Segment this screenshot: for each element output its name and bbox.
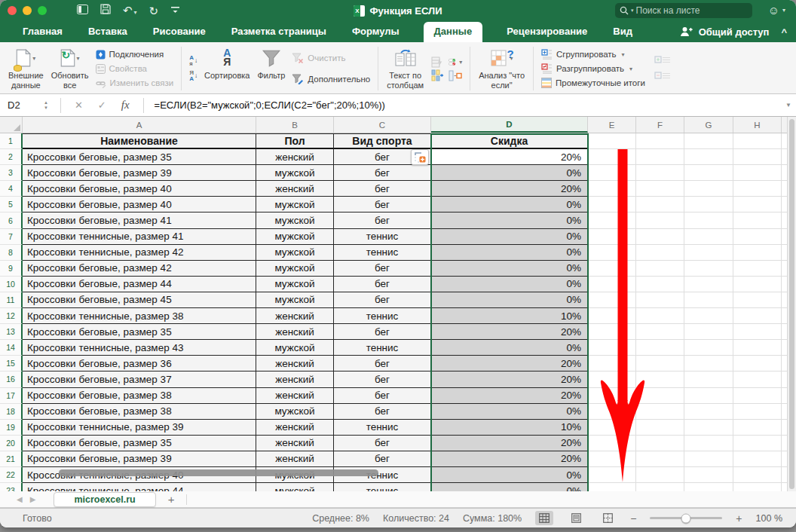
cell-G5[interactable] <box>684 197 733 212</box>
cell-F18[interactable] <box>636 404 684 420</box>
cell-H16[interactable] <box>733 371 782 387</box>
cell-C9[interactable]: бег <box>334 261 431 277</box>
search-input[interactable] <box>636 5 753 16</box>
undo-button[interactable]: ↶▾ <box>123 4 137 17</box>
cell-A6[interactable]: Кроссовки беговые, размер 41 <box>23 212 256 228</box>
tab-Рецензирование[interactable]: Рецензирование <box>505 22 589 42</box>
cell-H15[interactable] <box>733 356 782 371</box>
cell-G22[interactable] <box>684 467 733 483</box>
cell-B9[interactable]: мужской <box>256 261 334 277</box>
next-sheet-icon[interactable]: ▶ <box>30 495 36 503</box>
prev-sheet-icon[interactable]: ◀ <box>17 495 23 503</box>
row-number-22[interactable]: 22 <box>0 467 23 483</box>
cell-E2[interactable] <box>588 149 636 165</box>
cell-G19[interactable] <box>684 420 733 436</box>
filter-button[interactable]: Фильтр <box>253 45 289 92</box>
zoom-window-button[interactable] <box>38 6 47 15</box>
column-header-G[interactable]: G <box>684 117 733 133</box>
cell-F6[interactable] <box>636 212 684 228</box>
cell-G14[interactable] <box>684 340 733 356</box>
row-number-1[interactable]: 1 <box>0 133 23 149</box>
external-data-caret-icon[interactable]: ▾ <box>32 55 35 62</box>
cell-B18[interactable]: мужской <box>256 404 334 420</box>
hide-detail-icon[interactable] <box>654 72 671 81</box>
close-window-button[interactable] <box>8 6 17 15</box>
cell-B19[interactable]: женский <box>256 420 334 436</box>
autofill-options-button[interactable] <box>411 149 429 165</box>
cell-F11[interactable] <box>636 292 684 308</box>
cell-D15[interactable]: 20% <box>431 356 588 371</box>
cell-H18[interactable] <box>733 404 782 420</box>
row-number-14[interactable]: 14 <box>0 340 23 356</box>
cell-F15[interactable] <box>636 356 684 371</box>
cell-E22[interactable] <box>588 467 636 483</box>
cell-F2[interactable] <box>636 149 684 165</box>
cell-C16[interactable]: бег <box>334 371 431 387</box>
cell-F7[interactable] <box>636 229 684 245</box>
cell-A21[interactable]: Кроссовки беговые, размер 39 <box>23 451 256 467</box>
cell-B14[interactable]: мужской <box>256 340 334 356</box>
cell-E13[interactable] <box>588 324 636 340</box>
cell-H23[interactable] <box>733 483 782 491</box>
cell-G9[interactable] <box>684 261 733 277</box>
cell-D20[interactable]: 20% <box>431 436 588 451</box>
cell-C6[interactable]: бег <box>334 212 431 228</box>
zoom-slider-thumb[interactable] <box>681 513 691 523</box>
cell-G8[interactable] <box>684 245 733 261</box>
cell-E10[interactable] <box>588 277 636 292</box>
cell-G23[interactable] <box>684 483 733 491</box>
customize-toolbar-icon[interactable] <box>170 4 180 17</box>
cell-H20[interactable] <box>733 436 782 451</box>
cell-F17[interactable] <box>636 388 684 404</box>
cell-C11[interactable]: бег <box>334 292 431 308</box>
remove-duplicates-icon[interactable] <box>449 69 462 81</box>
cell-D19[interactable]: 10% <box>431 420 588 436</box>
column-header-E[interactable]: E <box>588 117 636 133</box>
cell-G17[interactable] <box>684 388 733 404</box>
cell-D7[interactable]: 0% <box>431 229 588 245</box>
cell-F12[interactable] <box>636 308 684 324</box>
cell-A14[interactable]: Кроссовки теннисные, размер 43 <box>23 340 256 356</box>
select-all-corner[interactable] <box>0 117 23 133</box>
cell-B11[interactable]: мужской <box>256 292 334 308</box>
name-box-spinner[interactable]: ▲▼ <box>44 100 48 110</box>
data-validation-caret-icon[interactable]: ▾ <box>459 59 462 66</box>
cell-A7[interactable]: Кроссовки теннисные, размер 41 <box>23 229 256 245</box>
row-number-17[interactable]: 17 <box>0 388 23 404</box>
cell-A2[interactable]: Кроссовки беговые, размер 35 <box>23 149 256 165</box>
properties-button[interactable]: Свойства <box>96 62 174 75</box>
column-header-A[interactable]: A <box>23 117 256 133</box>
cell-G2[interactable] <box>684 149 733 165</box>
cell-B13[interactable]: женский <box>256 324 334 340</box>
cell-C19[interactable]: теннис <box>334 420 431 436</box>
cell-D10[interactable]: 0% <box>431 277 588 292</box>
cell-H9[interactable] <box>733 261 782 277</box>
cell-A12[interactable]: Кроссовки теннисные, размер 38 <box>23 308 256 324</box>
cell-A18[interactable]: Кроссовки беговые, размер 38 <box>23 404 256 420</box>
row-number-10[interactable]: 10 <box>0 277 23 292</box>
cell-A19[interactable]: Кроссовки теннисные, размер 39 <box>23 420 256 436</box>
cell-E14[interactable] <box>588 340 636 356</box>
cell-E15[interactable] <box>588 356 636 371</box>
sort-button[interactable]: АЯ Сортировка <box>201 45 253 92</box>
cell-A8[interactable]: Кроссовки теннисные, размер 42 <box>23 245 256 261</box>
cell-B16[interactable]: женский <box>256 371 334 387</box>
ungroup-caret-icon[interactable]: ▾ <box>629 66 632 72</box>
row-number-8[interactable]: 8 <box>0 245 23 261</box>
formula-input[interactable]: =ЕСЛИ(B2="мужской";0;ЕСЛИ(C2="бег";20%;1… <box>155 99 785 111</box>
save-icon[interactable] <box>100 4 111 17</box>
cell-E12[interactable] <box>588 308 636 324</box>
cell-H10[interactable] <box>733 277 782 292</box>
row-number-18[interactable]: 18 <box>0 404 23 420</box>
sheet-search-box[interactable]: ▾ <box>615 3 752 18</box>
cell-A5[interactable]: Кроссовки беговые, размер 40 <box>23 197 256 212</box>
row-number-2[interactable]: 2 <box>0 149 23 165</box>
cell-H4[interactable] <box>733 181 782 197</box>
cell-G16[interactable] <box>684 371 733 387</box>
header-cell-C1[interactable]: Вид спорта <box>334 133 431 149</box>
cell-D14[interactable]: 0% <box>431 340 588 356</box>
cell-E4[interactable] <box>588 181 636 197</box>
group-caret-icon[interactable]: ▾ <box>622 51 625 58</box>
cell-H8[interactable] <box>733 245 782 261</box>
cell-C10[interactable]: бег <box>334 277 431 292</box>
